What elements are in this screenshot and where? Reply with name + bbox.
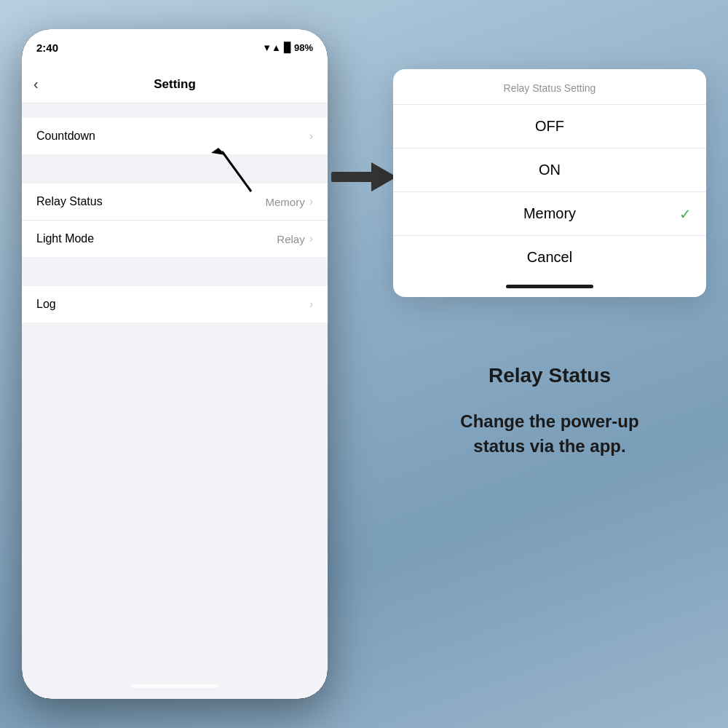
nav-bar: ‹ Setting — [22, 66, 328, 103]
dialog-title: Relay Status Setting — [393, 69, 706, 105]
light-mode-value: Relay — [277, 233, 304, 245]
log-item[interactable]: Log › — [22, 286, 328, 323]
section-gap-2 — [22, 257, 328, 272]
option-memory[interactable]: Memory ✓ — [393, 192, 706, 236]
section-gap-1 — [22, 154, 328, 169]
relay-status-chevron: › — [309, 195, 313, 208]
light-mode-right: Relay › — [277, 232, 313, 245]
nav-title: Setting — [154, 77, 196, 92]
option-off[interactable]: OFF — [393, 105, 706, 149]
option-on[interactable]: ON — [393, 149, 706, 192]
countdown-chevron: › — [309, 130, 313, 143]
countdown-right: › — [309, 130, 313, 143]
option-off-label: OFF — [535, 118, 564, 135]
status-time: 2:40 — [36, 41, 58, 54]
check-icon: ✓ — [679, 205, 692, 223]
section-relay: Relay Status Memory › Light Mode Relay › — [22, 183, 328, 257]
option-on-label: ON — [539, 162, 561, 178]
log-label: Log — [36, 298, 56, 311]
status-bar: 2:40 ▼▲ ▉ 98% — [22, 29, 328, 66]
section-log: Log › — [22, 286, 328, 323]
relay-status-value: Memory — [266, 196, 305, 208]
battery-icon: ▉ — [284, 42, 291, 53]
description-title: Relay Status — [393, 364, 706, 387]
light-mode-chevron: › — [309, 232, 313, 245]
light-mode-label: Light Mode — [36, 232, 94, 245]
big-arrow — [331, 159, 397, 198]
relay-status-right: Memory › — [266, 195, 314, 208]
countdown-label: Countdown — [36, 130, 95, 143]
status-icons: ▼▲ ▉ 98% — [262, 42, 313, 53]
dialog-bottom-bar — [393, 279, 706, 297]
countdown-item[interactable]: Countdown › — [22, 118, 328, 154]
svg-rect-2 — [331, 172, 375, 182]
relay-status-item[interactable]: Relay Status Memory › — [22, 183, 328, 221]
cancel-button[interactable]: Cancel — [393, 236, 706, 279]
battery-percent: 98% — [294, 42, 313, 53]
home-indicator — [131, 684, 218, 688]
light-mode-item[interactable]: Light Mode Relay › — [22, 221, 328, 257]
back-button[interactable]: ‹ — [33, 76, 39, 92]
relay-status-dialog: Relay Status Setting OFF ON Memory ✓ Can… — [393, 69, 706, 297]
option-memory-label: Memory — [523, 205, 576, 222]
phone-screen: 2:40 ▼▲ ▉ 98% ‹ Setting Countdown › — [22, 29, 328, 699]
description-body: Change the power-upstatus via the app. — [393, 409, 706, 458]
dialog-indicator — [506, 285, 593, 288]
phone-mockup: 2:40 ▼▲ ▉ 98% ‹ Setting Countdown › — [22, 29, 328, 699]
section-countdown: Countdown › — [22, 118, 328, 154]
relay-status-label: Relay Status — [36, 195, 103, 208]
log-right: › — [309, 298, 313, 311]
signal-icon: ▼▲ — [262, 42, 281, 53]
description-area: Relay Status Change the power-upstatus v… — [393, 364, 706, 458]
log-chevron: › — [309, 298, 313, 311]
